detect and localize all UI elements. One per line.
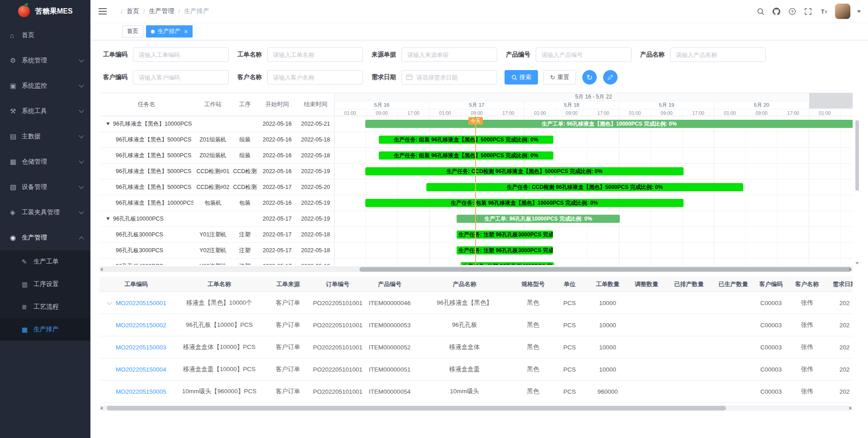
gantt-task-row[interactable]: 96孔孔板10000PCS 2022-05-17 2022-05-19 [99,211,334,227]
orders-column-header[interactable]: 产品编号 [365,277,414,292]
work-order-link[interactable]: MO202205150005 [116,388,166,395]
orders-column-header[interactable]: 订单编号 [310,277,365,292]
refresh-gantt-button[interactable]: ↻ [582,70,597,85]
scroll-left-arrow-icon[interactable] [100,268,103,271]
font-size-icon[interactable]: TT [819,7,828,16]
gantt-task-row[interactable]: 96孔移液盒【黑色】10000PCS 2022-05-16 2022-05-21 [99,116,334,132]
scroll-left-arrow-icon[interactable] [100,406,103,410]
filter-input[interactable] [670,47,766,62]
breadcrumb-label[interactable]: 首页 [127,7,139,15]
gantt-task-row[interactable]: 96孔移液盒【黑色】5000PCS CCD检测#02 CCD检测 2022-05… [99,179,334,195]
sidebar-subitem[interactable]: ≣ 工艺流程 [0,296,90,318]
sidebar-item[interactable]: ⚙ 系统管理 [0,48,90,73]
tab-production-scheduling[interactable]: 生产排产 × [146,25,193,38]
gantt-horizontal-scrollbar[interactable] [99,266,853,272]
work-order-row[interactable]: MO202205150005 10mm吸头【960000】PCS 客户订单 PO… [99,381,853,403]
orders-column-header[interactable]: 工单编码 [99,277,173,292]
scrollbar-thumb[interactable] [855,120,859,191]
tab-home[interactable]: 首页 [122,25,143,38]
sidebar-item[interactable]: ▣ 系统监控 [0,73,90,99]
sidebar-item[interactable]: ▧ 设备管理 [0,174,90,200]
github-icon[interactable] [772,7,781,16]
orders-column-header[interactable]: 工单名称 [173,277,266,292]
work-order-link[interactable]: MO202205150002 [116,322,166,329]
gantt-bar[interactable]: 生产任务: CCD检测 96孔移液盒【黑色】5000PCS 完成比例: 0% [426,183,743,191]
fullscreen-icon[interactable] [803,7,812,16]
orders-horizontal-scrollbar[interactable] [99,405,853,411]
sidebar-item[interactable]: ▤ 主数据 [0,124,90,149]
breadcrumb-label[interactable]: 生产排产 [184,7,209,15]
sidebar-item[interactable]: ◉ 生产管理 [0,225,90,250]
work-order-link[interactable]: MO202205150004 [116,366,166,373]
user-menu-caret-icon[interactable] [857,10,861,14]
gantt-bar[interactable]: 生产任务: 注塑 96孔孔板4000PCS 完成比例: 0% [461,262,554,265]
logo[interactable]: 苦糖果MES [0,0,90,23]
close-tab-icon[interactable]: × [184,28,188,35]
work-order-row[interactable]: MO202205150002 96孔孔板【10000】PCS 客户订单 PO20… [99,314,853,336]
breadcrumb-item[interactable]: / 生产排产 [174,7,209,15]
help-icon[interactable]: ? [788,7,797,16]
demand-date-input[interactable] [401,70,497,85]
gantt-bar[interactable]: 生产任务: CCD检测 96孔移液盒【黑色】5000PCS 完成比例: 0% [365,167,684,175]
orders-column-header[interactable]: 客户名称 [788,277,826,292]
work-order-link[interactable]: MO202205150001 [116,300,166,306]
gantt-bar[interactable]: 生产任务: 注塑 96孔孔板3000PCS 完成比例: 0% [457,246,553,254]
gantt-bar[interactable]: 生产任务: 包装 96孔移液盒【黑色】10000PCS 完成比例: 0% [365,199,684,207]
collapse-icon[interactable] [106,122,110,127]
sidebar-item[interactable]: ⌂ 首页 [0,23,90,48]
gantt-task-row[interactable]: 96孔孔板3000PCS Y01注塑机 注塑 2022-05-17 2022-0… [99,227,334,243]
gantt-bar[interactable]: 生产工单: 96孔孔板10000PCS 完成比例: 0% [457,215,620,223]
gantt-task-row[interactable]: 96孔移液盒【黑色】5000PCS Z01组装机 组装 2022-05-16 2… [99,132,334,148]
work-order-row[interactable]: MO202205150003 移液盒盒体【10000】PCS 客户订单 PO20… [99,336,853,358]
sidebar-item[interactable]: ◈ 工装夹具管理 [0,200,90,225]
orders-column-header[interactable]: 产品名称 [414,277,515,292]
avatar[interactable] [835,4,850,19]
orders-column-header[interactable]: 规格型号 [515,277,551,292]
orders-column-header[interactable]: 已生产数量 [712,277,755,292]
filter-input[interactable] [267,70,363,85]
filter-input[interactable] [267,47,363,62]
orders-column-header[interactable]: 已排产数量 [666,277,712,292]
breadcrumb-item[interactable]: / 生产管理 [139,7,175,15]
work-order-row[interactable]: MO202205150001 移液盒【黑色】10000个 客户订单 PO2022… [99,292,853,314]
filter-input[interactable] [401,47,497,62]
filter-input[interactable] [133,70,229,85]
search-button[interactable]: 搜索 [505,70,538,85]
orders-column-header[interactable]: 客户编码 [755,277,788,292]
gantt-task-row[interactable]: 96孔孔板4000PCS Y03注塑机 注塑 2022-05-17 2022-0… [99,259,334,265]
gantt-task-row[interactable]: 96孔移液盒【黑色】5000PCS CCD检测#01 CCD检测 2022-05… [99,164,334,179]
hamburger-menu-icon[interactable] [99,8,107,14]
sidebar-item[interactable]: ⚒ 系统工具 [0,99,90,124]
filter-input[interactable] [536,47,632,62]
expand-row-icon[interactable] [107,300,112,305]
scroll-right-arrow-icon[interactable] [849,406,852,410]
breadcrumb-label[interactable]: 生产管理 [149,7,174,15]
search-icon[interactable] [756,7,765,16]
scrollbar-thumb[interactable] [359,267,851,272]
orders-column-header[interactable]: 工单数量 [588,277,627,292]
work-order-link[interactable]: MO202205150003 [116,344,166,351]
gantt-task-row[interactable]: 96孔移液盒【黑色】10000PCS 包装机 包装 2022-05-16 202… [99,195,334,211]
orders-column-header[interactable]: 单位 [551,277,588,292]
gantt-bar[interactable]: 生产任务: 注塑 96孔孔板3000PCS 完成比例: 0% [457,231,553,239]
sidebar-subitem[interactable]: ▥ 工序设置 [0,273,90,296]
reset-button[interactable]: ↻ 重置 [543,70,576,85]
filter-input[interactable] [133,47,229,62]
edit-schedule-button[interactable] [603,70,618,85]
sidebar-item[interactable]: ▦ 仓储管理 [0,149,90,174]
collapse-icon[interactable] [106,217,110,222]
gantt-bar[interactable]: 生产工单: 96孔移液盒【黑色】10000PCS 完成比例: 0% [365,120,853,128]
scroll-down-arrow-icon[interactable] [855,262,859,266]
sidebar-subitem[interactable]: ✎ 生产工单 [0,250,90,273]
orders-column-header[interactable]: 需求日期 [826,277,853,292]
gantt-task-row[interactable]: 96孔移液盒【黑色】5000PCS Z02组装机 组装 2022-05-16 2… [99,148,334,164]
scroll-right-arrow-icon[interactable] [849,268,852,271]
gantt-task-row[interactable]: 96孔孔板3000PCS Y02注塑机 注塑 2022-05-17 2022-0… [99,243,334,259]
sidebar-subitem[interactable]: ▦ 生产排产 [0,318,90,341]
scrollbar-thumb[interactable] [107,406,726,410]
gantt-bar[interactable]: 生产任务: 组装 96孔移液盒【黑色】5000PCS 完成比例: 0% [379,151,553,160]
orders-column-header[interactable]: 工单来源 [266,277,310,292]
orders-column-header[interactable]: 调整数量 [627,277,666,292]
breadcrumb-item[interactable]: / 首页 [117,7,139,15]
gantt-vertical-scrollbar[interactable] [855,117,859,264]
